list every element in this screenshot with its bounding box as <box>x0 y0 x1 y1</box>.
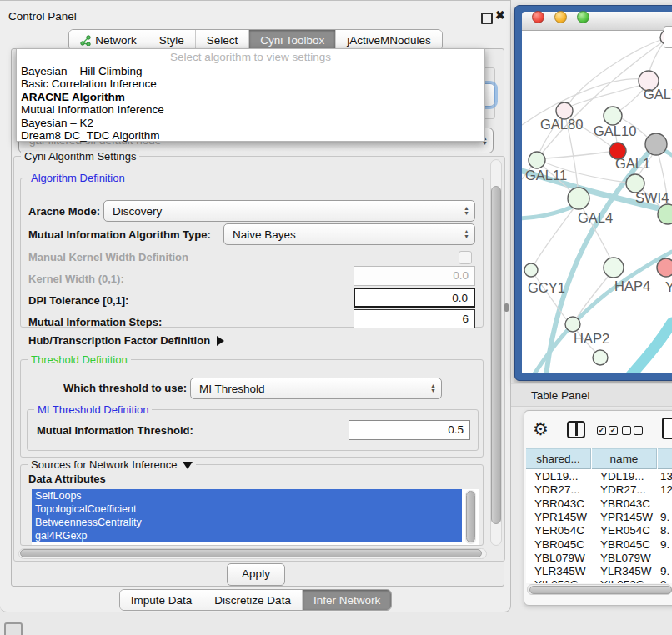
table-cell: 8. <box>660 524 672 538</box>
network-node-gal10[interactable] <box>604 107 622 125</box>
bottom-tab-bar: Impute DataDiscretize DataInfer Network <box>0 589 511 611</box>
kernel-width-field[interactable]: 0.0 <box>354 266 475 286</box>
algorithm-option-basic-correlation-inference[interactable]: Basic Correlation Inference <box>17 78 484 90</box>
node-table[interactable]: shared...nameAYDL19...YDL19...13YDR27...… <box>526 448 672 583</box>
table-row[interactable]: YBR043CYBR043C <box>526 498 672 511</box>
which-threshold-combobox[interactable]: MI Threshold ▲▼ <box>190 378 442 399</box>
splitter-grip[interactable] <box>504 303 509 312</box>
table-cell: YPR145W <box>600 511 665 524</box>
network-edge[interactable] <box>618 88 644 112</box>
table-cell: YPR145W <box>534 511 599 524</box>
deselect-check-icon[interactable] <box>622 426 631 435</box>
table-cell: YER054C <box>534 524 599 538</box>
mi-steps-field[interactable]: 6 <box>354 309 475 328</box>
network-node[interactable] <box>593 350 608 365</box>
table-row[interactable]: YER054CYER054C8. <box>526 524 672 538</box>
mi-type-value: Naive Bayes <box>233 228 296 241</box>
minimize-traffic-light-icon[interactable] <box>554 11 567 23</box>
tab-style[interactable]: Style <box>148 30 196 50</box>
table-row[interactable]: YIL052CYIL052C8. <box>526 578 672 583</box>
stepper-icon: ▲▼ <box>430 383 436 393</box>
mi-threshold-field[interactable]: 0.5 <box>349 420 470 440</box>
settings-gear-icon[interactable]: ⚙ <box>533 419 549 439</box>
network-node-gcy1[interactable] <box>524 263 538 277</box>
tab-cyni-toolbox[interactable]: Cyni Toolbox <box>249 30 336 50</box>
table-row[interactable]: YPR145WYPR145W9. <box>526 511 672 524</box>
algorithm-option-bayesian-hill-climbing[interactable]: Bayesian – Hill Climbing <box>17 65 484 78</box>
hub-definition-expander[interactable]: Hub/Transcription Factor Definition <box>28 334 224 347</box>
tab-network[interactable]: Network <box>69 30 148 50</box>
deselect-check-icon[interactable] <box>634 426 643 435</box>
expand-right-icon <box>217 336 224 346</box>
tab-impute-data[interactable]: Impute Data <box>120 590 204 610</box>
table-cell: YIL052C <box>534 578 599 583</box>
settings-vertical-scrollbar-thumb[interactable] <box>491 186 501 524</box>
network-node-swi4[interactable] <box>658 204 672 224</box>
algorithm-option-dream8-dc-tdc-algorithm[interactable]: Dream8 DC_TDC Algorithm <box>17 129 484 142</box>
float-window-icon[interactable] <box>481 12 493 24</box>
table-horizontal-scrollbar-thumb[interactable] <box>529 586 672 594</box>
column-view-icon[interactable] <box>567 421 585 438</box>
manual-kernel-checkbox[interactable] <box>459 251 472 264</box>
close-traffic-light-icon[interactable] <box>532 11 544 23</box>
node-label-gal80: GAL80 <box>540 117 583 132</box>
mi-threshold-group-title: MI Threshold Definition <box>34 403 152 416</box>
control-panel: Control Panel ✖ NetworkStyleSelectCyni T… <box>0 0 511 612</box>
table-cell: YLR345W <box>534 565 599 578</box>
table-panel-title: Table Panel <box>531 389 590 402</box>
network-node-hap2[interactable] <box>565 317 580 332</box>
apply-button[interactable]: Apply <box>227 563 285 586</box>
attribute-item-gal4rgexp[interactable]: gal4RGexp <box>32 529 462 542</box>
network-window-titlebar[interactable] <box>522 12 672 31</box>
tab-discretize-data[interactable]: Discretize Data <box>203 590 303 610</box>
dpi-tolerance-field[interactable]: 0.0 <box>354 288 475 308</box>
attribute-item-topologicalcoefficient[interactable]: TopologicalCoefficient <box>32 502 462 516</box>
network-node-hap4[interactable] <box>604 258 624 278</box>
network-node-y[interactable] <box>657 258 672 277</box>
tab-label: Impute Data <box>131 594 193 607</box>
algorithm-option-bayesian-k2[interactable]: Bayesian – K2 <box>17 117 484 129</box>
application-window: Control Panel ✖ NetworkStyleSelectCyni T… <box>0 0 672 635</box>
select-all-check-icon[interactable]: ✓ <box>609 426 618 435</box>
attribute-item-betweennesscentrality[interactable]: BetweennessCentrality <box>32 516 462 529</box>
network-node-gal11[interactable] <box>529 152 545 168</box>
network-node[interactable] <box>645 133 667 155</box>
table-cell: YER054C <box>600 524 665 538</box>
select-all-check-icon[interactable]: ✓ <box>597 426 606 435</box>
network-edge[interactable] <box>545 152 609 158</box>
table-cell: 8. <box>660 578 672 583</box>
tab-select[interactable]: Select <box>196 30 250 50</box>
column-header-shared[interactable]: shared... <box>526 448 591 469</box>
docked-panel-icon[interactable] <box>4 622 23 635</box>
table-row[interactable]: YBL079WYBL079W <box>526 552 672 565</box>
algorithm-option-aracne-algorithm[interactable]: ARACNE Algorithm <box>17 91 484 103</box>
which-threshold-label: Which threshold to use: <box>63 382 187 394</box>
collapse-down-icon <box>183 462 193 469</box>
tab-infer-network[interactable]: Infer Network <box>303 590 391 610</box>
table-row[interactable]: YLR345WYLR345W9. <box>526 565 672 578</box>
data-attributes-list: SelfLoopsTopologicalCoefficientBetweenne… <box>32 489 479 545</box>
close-icon[interactable]: ✖ <box>495 8 505 22</box>
attribute-item-selfloops[interactable]: SelfLoops <box>32 489 462 502</box>
column-header-a[interactable]: A <box>658 448 672 469</box>
table-row[interactable]: YBR045CYBR045C9. <box>526 538 672 552</box>
table-cell: YDR27... <box>534 483 599 497</box>
table-row[interactable]: YDR27...YDR27...12 <box>526 483 672 497</box>
algorithm-option-mutual-information-inference[interactable]: Mutual Information Inference <box>17 103 484 116</box>
network-canvas[interactable]: GAL7GAL80GAL10GAL1GAL11GAL4SWI4GCY1HAP4Y… <box>522 31 672 372</box>
network-edge-thick[interactable] <box>631 322 672 372</box>
aracne-mode-combobox[interactable]: Discovery ▲▼ <box>103 200 475 222</box>
column-header-name[interactable]: name <box>592 448 657 469</box>
network-icon <box>80 35 91 46</box>
mi-type-combobox[interactable]: Naive Bayes ▲▼ <box>223 223 475 245</box>
tab-jactivemnodules[interactable]: jActiveMNodules <box>336 30 442 50</box>
table-row[interactable]: YDL19...YDL19...13 <box>526 470 672 483</box>
which-threshold-value: MI Threshold <box>199 382 265 395</box>
settings-horizontal-scrollbar-thumb[interactable] <box>20 549 482 558</box>
list-scrollbar-thumb[interactable] <box>466 491 475 542</box>
network-node-gal4[interactable] <box>568 188 589 209</box>
table-document-icon[interactable] <box>662 418 672 439</box>
aracne-mode-label: Aracne Mode: <box>28 205 100 218</box>
tab-label: Style <box>159 34 184 47</box>
zoom-traffic-light-icon[interactable] <box>577 11 589 23</box>
